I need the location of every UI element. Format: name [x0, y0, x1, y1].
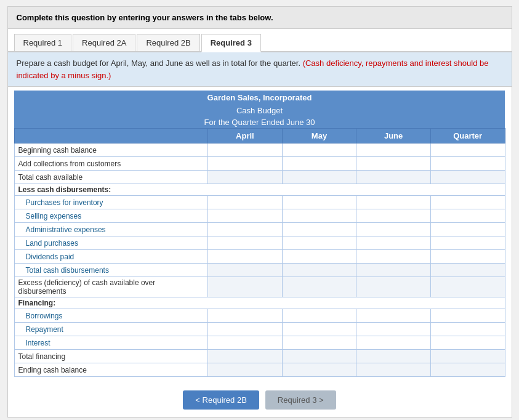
tabs-bar: Required 1 Required 2A Required 2B Requi… [8, 29, 512, 52]
input-quarter-5[interactable] [431, 211, 505, 221]
input-may-6[interactable] [283, 225, 356, 235]
input-june-12[interactable] [356, 311, 430, 321]
input-may-1[interactable] [283, 159, 356, 169]
input-june-7[interactable] [356, 238, 430, 248]
table-title: Cash Budget [14, 105, 505, 116]
input-april-6[interactable] [208, 225, 282, 235]
info-bar: Prepare a cash budget for April, May, an… [8, 52, 512, 87]
input-quarter-1[interactable] [431, 159, 505, 169]
table-row: Total financing [14, 350, 505, 363]
input-quarter-12[interactable] [431, 311, 505, 321]
input-quarter-4[interactable] [431, 198, 505, 208]
tab-required3[interactable]: Required 3 [201, 34, 261, 52]
input-april-7[interactable] [208, 238, 282, 248]
input-may-4[interactable] [283, 198, 356, 208]
input-april-14[interactable] [208, 338, 282, 348]
input-april-4[interactable] [208, 198, 282, 208]
table-row: Borrowings [14, 309, 505, 323]
input-quarter-6[interactable] [431, 225, 505, 235]
table-row: Administrative expenses [14, 223, 505, 236]
input-june-13[interactable] [356, 325, 430, 334]
column-headers: April May June Quarter [14, 129, 505, 143]
table-row: Repayment [14, 323, 505, 336]
table-row: Selling expenses [14, 209, 505, 223]
input-april-12[interactable] [208, 311, 282, 321]
table-row: Total cash disbursements [14, 264, 505, 277]
input-may-12[interactable] [283, 311, 356, 321]
input-april-1[interactable] [208, 159, 282, 169]
col-header-label [14, 129, 208, 143]
instruction-bar: Complete this question by entering your … [8, 7, 512, 29]
input-june-4[interactable] [356, 198, 430, 208]
input-april-5[interactable] [208, 211, 282, 221]
input-may-7[interactable] [283, 238, 356, 248]
input-june-5[interactable] [356, 211, 430, 221]
input-june-8[interactable] [356, 252, 430, 262]
input-april-13[interactable] [208, 325, 282, 334]
input-quarter-14[interactable] [431, 338, 505, 348]
prev-button[interactable]: < Required 2B [183, 390, 259, 410]
input-may-14[interactable] [283, 338, 356, 348]
input-june-0[interactable] [356, 145, 430, 155]
input-may-8[interactable] [283, 252, 356, 262]
table-row: Ending cash balance [14, 363, 505, 377]
table-row: Add collections from customers [14, 157, 505, 171]
table-row: Excess (deficiency) of cash available ov… [14, 277, 505, 297]
instruction-text: Complete this question by entering your … [17, 13, 273, 22]
col-header-april: April [208, 129, 283, 143]
info-text-plain: Prepare a cash budget for April, May, an… [17, 59, 301, 68]
col-header-may: May [282, 129, 356, 143]
input-quarter-7[interactable] [431, 238, 505, 248]
input-quarter-0[interactable] [431, 145, 505, 155]
table-row: Interest [14, 336, 505, 350]
table-wrapper: Garden Sales, Incorporated Cash Budget F… [8, 87, 512, 383]
input-april-0[interactable] [208, 145, 282, 155]
input-may-13[interactable] [283, 325, 356, 334]
tab-required2b[interactable]: Required 2B [137, 34, 199, 51]
col-header-june: June [356, 129, 431, 143]
input-june-6[interactable] [356, 225, 430, 235]
input-may-5[interactable] [283, 211, 356, 221]
table-row: Total cash available [14, 171, 505, 184]
next-button[interactable]: Required 3 > [265, 390, 336, 410]
nav-buttons: < Required 2B Required 3 > [8, 383, 512, 417]
table-row: Dividends paid [14, 250, 505, 264]
input-june-1[interactable] [356, 159, 430, 169]
cash-budget-table: Garden Sales, Incorporated Cash Budget F… [14, 91, 505, 377]
table-row: Land purchases [14, 236, 505, 250]
table-period: For the Quarter Ended June 30 [14, 116, 505, 129]
col-header-quarter: Quarter [430, 129, 505, 143]
tab-required1[interactable]: Required 1 [14, 34, 72, 51]
input-quarter-13[interactable] [431, 325, 505, 334]
company-name: Garden Sales, Incorporated [14, 91, 505, 105]
input-may-0[interactable] [283, 145, 356, 155]
table-row: Beginning cash balance [14, 143, 505, 157]
input-april-8[interactable] [208, 252, 282, 262]
input-june-14[interactable] [356, 338, 430, 348]
table-row: Purchases for inventory [14, 196, 505, 209]
input-quarter-8[interactable] [431, 252, 505, 262]
tab-required2a[interactable]: Required 2A [73, 34, 135, 51]
